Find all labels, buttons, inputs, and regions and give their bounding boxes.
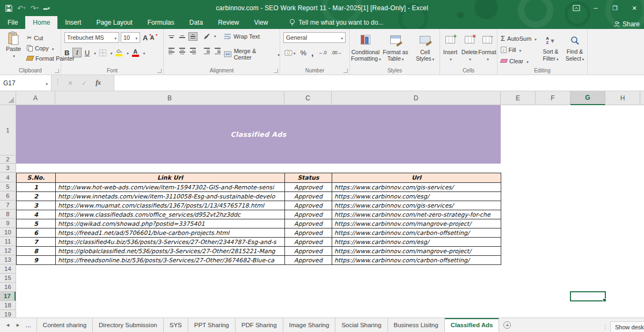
cell-status[interactable]: Approved <box>285 219 332 228</box>
sheet-tab[interactable]: Image Sharing <box>283 318 336 332</box>
cancel-icon[interactable]: ✕ <box>68 79 73 87</box>
formula-input[interactable] <box>114 75 644 91</box>
restore-button[interactable]: ❐ <box>605 0 625 16</box>
font-color-button[interactable]: A <box>132 49 139 57</box>
cell-link-url[interactable]: http://www.innetads.com/view/item-311005… <box>56 192 285 201</box>
sheet-tab[interactable]: Content sharing <box>36 318 93 332</box>
sort-filter-button[interactable]: AZ ▼ Sort & Filter <box>538 33 563 63</box>
cell-sno[interactable]: 4 <box>17 210 56 219</box>
align-right-button[interactable] <box>188 47 197 55</box>
dialog-launcher-icon[interactable] <box>157 69 162 73</box>
find-select-button[interactable]: Find & Select <box>562 33 587 63</box>
row-header[interactable]: 10 <box>0 228 16 237</box>
selected-cell-G17[interactable] <box>570 291 606 301</box>
merge-center-button[interactable]: Merge & Center <box>224 48 280 61</box>
cell-status[interactable]: Approved <box>285 210 332 219</box>
row-header[interactable]: 17 <box>0 292 16 301</box>
cell-url[interactable]: https://www.carbinnov.com/esg/ <box>332 238 501 247</box>
cell-link-url[interactable]: https://classified4u.biz/536/posts/3-Ser… <box>56 238 285 247</box>
ribbon-tab[interactable]: File <box>0 16 25 29</box>
cell-status[interactable]: Approved <box>285 256 332 265</box>
header-cell[interactable]: Url <box>332 173 501 183</box>
cell-status[interactable]: Approved <box>285 201 332 210</box>
cell-sno[interactable]: 5 <box>17 219 56 228</box>
cell-link-url[interactable]: https://www.classifiedads.com/office_ser… <box>56 210 285 219</box>
top-align-button[interactable] <box>167 32 176 41</box>
middle-align-button[interactable] <box>178 32 187 41</box>
row-header[interactable]: 5 <box>0 182 16 191</box>
bottom-align-button[interactable] <box>188 32 197 41</box>
row-header[interactable]: 8 <box>0 210 16 219</box>
column-header[interactable]: H <box>605 91 640 105</box>
sheet-tab[interactable]: PPT Sharing <box>188 318 236 332</box>
orientation-button[interactable] <box>202 32 211 41</box>
shrink-font-button[interactable]: A▾ <box>150 34 154 41</box>
tell-me-box[interactable]: Tell me what you want to do... <box>289 16 383 29</box>
cell-url[interactable]: https://www.carbinnov.com/gis-services/ <box>332 183 501 192</box>
column-header[interactable]: D <box>332 91 501 105</box>
cell-url[interactable]: https://www.carbinnov.com/carbon-offsett… <box>332 256 501 265</box>
banner-cell[interactable]: Classified Ads <box>16 105 501 164</box>
sheet-tab[interactable]: PDF Sharing <box>236 318 283 332</box>
row-header[interactable]: 3 <box>0 164 16 173</box>
font-name-combobox[interactable]: Trebuchet MS <box>64 32 119 43</box>
fill-color-button[interactable] <box>115 49 122 56</box>
row-header[interactable]: 16 <box>0 283 16 292</box>
sheet-nav-right-icon[interactable]: ► <box>16 322 20 328</box>
cell-link-url[interactable]: https://www.muamat.com/classifieds/1367/… <box>56 201 285 210</box>
cell-url[interactable]: https://www.carbinnov.com/esg/ <box>332 192 501 201</box>
enter-icon[interactable]: ✓ <box>82 79 87 87</box>
undo-button[interactable]: ↶▾ <box>17 4 25 12</box>
cell-sno[interactable]: 3 <box>17 201 56 210</box>
ribbon-tab[interactable]: Formulas <box>140 16 182 29</box>
row-header[interactable]: 9 <box>0 219 16 228</box>
select-all-corner[interactable] <box>0 91 16 105</box>
redo-button[interactable]: ↷▾ <box>30 4 38 12</box>
ribbon-tab[interactable]: Insert <box>57 16 89 29</box>
font-size-combobox[interactable]: 10 <box>121 32 140 43</box>
ribbon-tab[interactable]: Home <box>25 16 57 29</box>
cell-sno[interactable]: 9 <box>17 256 56 265</box>
row-header[interactable]: 11 <box>0 237 16 246</box>
row-header[interactable]: 1 <box>0 105 16 156</box>
cell-status[interactable]: Approved <box>285 238 332 247</box>
row-header[interactable]: 13 <box>0 255 16 264</box>
cell-status[interactable]: Approved <box>285 183 332 192</box>
cell-url[interactable]: https://www.carbinnov.com/net-zero-strat… <box>332 210 501 219</box>
column-header[interactable]: A <box>16 91 55 105</box>
minimize-button[interactable]: ─ <box>586 0 605 16</box>
column-header[interactable]: E <box>501 91 536 105</box>
sheet-tab[interactable]: Directory Submission <box>93 318 164 332</box>
column-header[interactable]: G <box>570 91 605 105</box>
cell-status[interactable]: Approved <box>285 247 332 256</box>
ribbon-tab[interactable]: Review <box>210 16 246 29</box>
insert-cells-button[interactable]: + Insert <box>441 32 459 63</box>
cell-sno[interactable]: 7 <box>17 238 56 247</box>
cell-url[interactable]: https://www.carbinnov.com/carbon-offsett… <box>332 228 501 238</box>
formula-bar-grip[interactable]: ⋮ <box>55 78 61 85</box>
sheet-tab[interactable]: SYS <box>164 318 188 332</box>
row-header[interactable]: 14 <box>0 264 16 274</box>
format-as-table-button[interactable]: Format as Table <box>381 32 410 63</box>
column-header[interactable]: F <box>536 91 570 105</box>
align-left-button[interactable] <box>167 47 176 55</box>
delete-cells-button[interactable]: × Delete <box>460 32 479 63</box>
row-header[interactable]: 15 <box>0 274 16 283</box>
cell-url[interactable]: https://www.carbinnov.com/mangrove-proje… <box>332 247 501 256</box>
cell-link-url[interactable]: http://www.hot-web-ads.com/view/item-159… <box>56 183 285 192</box>
cell-styles-button[interactable]: Cell Styles <box>411 32 440 63</box>
increase-indent-button[interactable] <box>213 47 222 55</box>
format-cells-button[interactable]: ↔ Format <box>478 32 496 63</box>
sheet-overflow-button[interactable]: ... <box>26 321 31 329</box>
decrease-decimal-button[interactable]: .00→ <box>331 50 342 55</box>
insert-function-icon[interactable]: fx <box>96 79 101 87</box>
wrap-text-button[interactable]: Wrap Text <box>224 33 260 40</box>
accounting-format-button[interactable] <box>284 49 296 56</box>
dialog-launcher-icon[interactable] <box>55 69 59 73</box>
comma-style-button[interactable]: , <box>311 48 313 57</box>
cell-url[interactable]: https://www.carbinnov.com/mangrove-proje… <box>332 219 501 228</box>
column-header[interactable]: C <box>284 91 332 105</box>
dialog-launcher-icon[interactable] <box>274 69 278 73</box>
fill-button[interactable]: ↓Fill <box>501 44 537 55</box>
sheet-tab[interactable]: Social Sharing <box>335 318 387 332</box>
